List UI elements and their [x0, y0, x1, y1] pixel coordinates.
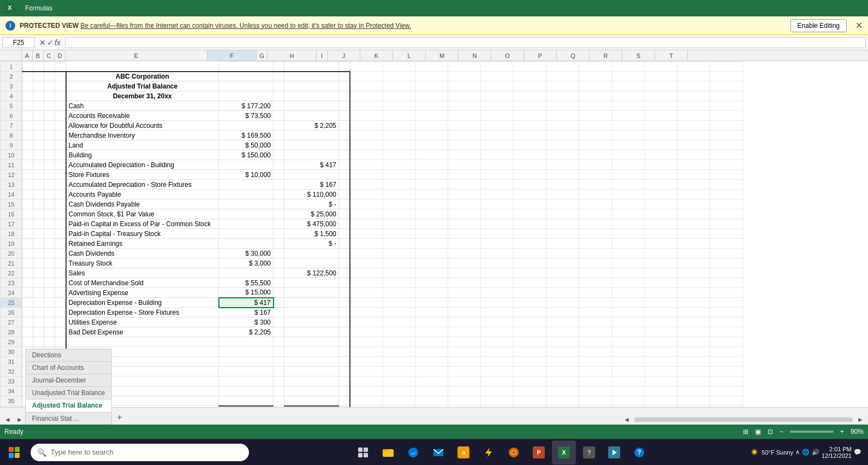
powerpoint-button[interactable]: P	[527, 440, 551, 464]
page-layout-icon[interactable]: ▣	[755, 428, 761, 435]
sheet-scroll-right[interactable]: ◄ ►	[621, 415, 866, 425]
sheet-tab-financial-stat-...[interactable]: Financial Stat ...	[25, 412, 112, 425]
col-header-f[interactable]: F	[207, 50, 257, 61]
normal-view-icon[interactable]: ⊞	[743, 428, 748, 435]
search-bar[interactable]: 🔍 Type here to search	[31, 444, 249, 461]
zoom-in-icon[interactable]: +	[840, 428, 844, 435]
notification-icon[interactable]: 💬	[854, 449, 861, 456]
table-row[interactable]: 6Accounts Receivable$ 73,500	[1, 111, 743, 121]
table-row[interactable]: 8Merchandise Inventory$ 169,500	[1, 131, 743, 140]
col-header-t[interactable]: T	[655, 50, 688, 61]
sheet-tab-directions[interactable]: Directions	[25, 349, 112, 361]
table-row[interactable]: 5Cash$ 177,200	[1, 101, 743, 111]
table-row[interactable]: 16Common Stock, $1 Par Value$ 25,000	[1, 209, 743, 219]
table-row[interactable]: 11Accumulated Depreciation - Building$ 4…	[1, 160, 743, 170]
video-button[interactable]	[602, 440, 626, 464]
menu-item-formulas[interactable]: Formulas	[21, 2, 66, 14]
col-header-b[interactable]: B	[33, 50, 44, 61]
tab-next-icon[interactable]: ►	[14, 415, 25, 425]
col-header-l[interactable]: L	[393, 50, 426, 61]
table-row[interactable]: 1	[1, 62, 743, 72]
table-row[interactable]: 2ABC Corporation	[1, 72, 743, 81]
help-button[interactable]: ?	[627, 440, 651, 464]
edge-button[interactable]	[401, 440, 425, 464]
table-row[interactable]: 14Accounts Payable$ 110,000	[1, 190, 743, 199]
table-row[interactable]: 17Paid-in Capital in Excess of Par - Com…	[1, 219, 743, 229]
spreadsheet-scroll[interactable]: 12ABC Corporation3Adjusted Trial Balance…	[0, 61, 868, 407]
horizontal-scrollbar[interactable]	[634, 417, 853, 422]
formula-input[interactable]	[65, 37, 866, 48]
table-row[interactable]: 7Allowance for Doubtful Accounts$ 2,205	[1, 121, 743, 131]
table-row[interactable]: 4December 31, 20xx	[1, 91, 743, 101]
firefox-button[interactable]	[502, 440, 526, 464]
weather-text[interactable]: 50°F Sunny	[762, 449, 793, 456]
table-row[interactable]: 28Bad Debt Expense$ 2,205	[1, 327, 743, 337]
col-header-s[interactable]: S	[622, 50, 655, 61]
table-row[interactable]: 24Advertising Expense$ 15,000	[1, 288, 743, 298]
close-protected-bar-button[interactable]: ✕	[855, 20, 863, 31]
insert-function-icon[interactable]: fx	[55, 38, 61, 47]
col-header-n[interactable]: N	[459, 50, 491, 61]
table-row[interactable]: 27Utilities Expense$ 300	[1, 317, 743, 327]
col-header-h[interactable]: H	[267, 50, 317, 61]
col-header-g[interactable]: G	[257, 50, 267, 61]
chevron-up-icon[interactable]: ∧	[795, 449, 800, 456]
sheet-tab-journal-december[interactable]: Journal-December	[25, 374, 112, 386]
mail-button[interactable]	[426, 440, 450, 464]
cancel-formula-icon[interactable]: ✕	[39, 38, 46, 47]
sheet-tab-chart-of-accounts[interactable]: Chart of Accounts	[25, 361, 112, 374]
zoom-out-icon[interactable]: −	[780, 428, 783, 435]
table-row[interactable]: 19Retained Earnings$ -	[1, 239, 743, 249]
col-header-r[interactable]: R	[590, 50, 622, 61]
col-header-e[interactable]: E	[66, 50, 207, 61]
confirm-formula-icon[interactable]: ✓	[47, 38, 53, 47]
page-break-icon[interactable]: ⊡	[768, 428, 773, 435]
table-row[interactable]: 15Cash Dividends Payable$ -	[1, 199, 743, 209]
start-button[interactable]	[2, 440, 26, 464]
table-row[interactable]: 10Building$ 150,000	[1, 150, 743, 160]
windows-logo	[9, 447, 20, 458]
table-row[interactable]: 18Paid-in Capital - Treasury Stock$ 1,50…	[1, 229, 743, 239]
col-header-a[interactable]: A	[22, 50, 33, 61]
unknown-app-button[interactable]: ?	[577, 440, 601, 464]
cell-reference-input[interactable]	[2, 37, 35, 48]
table-row[interactable]: 25Depreciation Expense - Building$ 417	[1, 298, 743, 308]
table-row[interactable]: 21Treasury Stock$ 3,000	[1, 258, 743, 268]
add-sheet-button[interactable]: +	[112, 410, 126, 425]
sheet-tab-unadjusted-trial-balance[interactable]: Unadjusted Trial Balance	[25, 386, 112, 399]
col-header-c[interactable]: C	[44, 50, 55, 61]
col-header-d[interactable]: D	[55, 50, 66, 61]
table-row[interactable]: 29	[1, 337, 743, 347]
tab-prev-icon[interactable]: ◄	[2, 415, 13, 425]
col-header-i[interactable]: I	[317, 50, 328, 61]
col-header-j[interactable]: J	[328, 50, 360, 61]
col-header-m[interactable]: M	[426, 50, 459, 61]
taskbar-pinned-apps: a P X ? ?	[253, 440, 748, 464]
excel-button[interactable]: X	[552, 440, 576, 464]
table-row[interactable]: 9Land$ 50,000	[1, 140, 743, 150]
table-row[interactable]: 20Cash Dividends$ 30,000	[1, 249, 743, 258]
col-header-q[interactable]: Q	[557, 50, 590, 61]
col-header-o[interactable]: O	[491, 50, 524, 61]
table-row[interactable]: 23Cost of Merchandise Sold$ 55,500	[1, 278, 743, 288]
col-header-k[interactable]: K	[360, 50, 393, 61]
scroll-right-icon[interactable]: ►	[855, 415, 866, 425]
lightning-button[interactable]	[477, 440, 501, 464]
table-row[interactable]: 26Depreciation Expense - Store Fixtures$…	[1, 308, 743, 317]
col-header-p[interactable]: P	[524, 50, 557, 61]
file-explorer-button[interactable]	[376, 440, 400, 464]
table-row[interactable]: 3Adjusted Trial Balance	[1, 81, 743, 91]
sheet-tab-adjusted-trial-balance[interactable]: Adjusted Trial Balance	[25, 399, 112, 412]
task-view-button[interactable]	[351, 440, 375, 464]
enable-editing-button[interactable]: Enable Editing	[790, 19, 847, 32]
sheet-tabs-bar: ◄ ► DirectionsChart of AccountsJournal-D…	[0, 407, 868, 425]
network-icon[interactable]: 🌐	[802, 449, 810, 456]
clock[interactable]: 2:01 PM 12/12/2021	[822, 446, 852, 459]
zoom-slider[interactable]	[790, 431, 834, 433]
scroll-left-icon[interactable]: ◄	[621, 415, 632, 425]
table-row[interactable]: 12Store Fixtures$ 10,000	[1, 170, 743, 180]
volume-icon[interactable]: 🔊	[812, 449, 819, 456]
table-row[interactable]: 22Sales$ 122,500	[1, 268, 743, 278]
amazon-button[interactable]: a	[451, 440, 475, 464]
table-row[interactable]: 13Accumulated Depreciation - Store Fixtu…	[1, 180, 743, 190]
